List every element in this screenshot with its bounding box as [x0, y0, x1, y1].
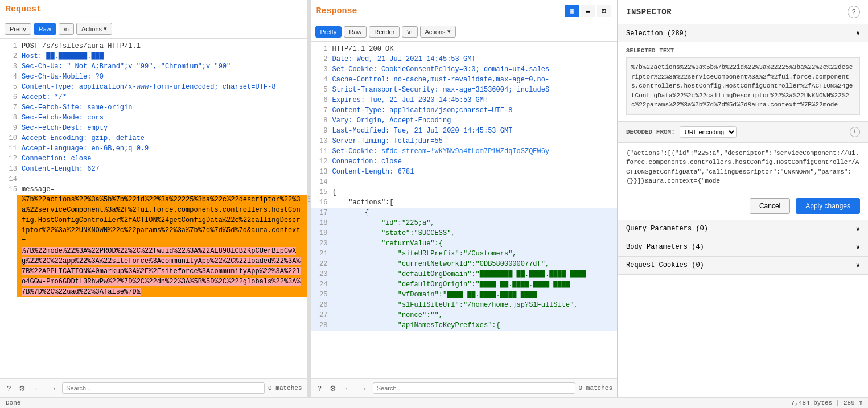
- request-search-bar: ? ⚙ ← → 0 matches: [0, 378, 307, 397]
- request-line-6: 6 Accept: */*: [0, 92, 307, 102]
- view-icon-group: ▦ ▬ ⊡: [565, 5, 611, 17]
- response-search-input[interactable]: [373, 382, 575, 394]
- actions-chevron-icon: ▾: [104, 25, 107, 32]
- response-line-8: 8 Vary: Origin, Accept-Encoding: [311, 116, 618, 126]
- response-line-5: 5 Strict-Transport-Security: max-age=315…: [311, 85, 618, 95]
- add-decoding-icon[interactable]: +: [850, 127, 860, 137]
- decoded-content: {"actions":[{"id":"225;a","descriptor":"…: [618, 143, 868, 192]
- query-params-header[interactable]: Query Parameters (0) ∨: [618, 220, 868, 238]
- response-prev-match-icon[interactable]: ←: [342, 383, 354, 394]
- response-line-14: 14: [311, 177, 618, 187]
- response-toolbar: Pretty Raw Render \n Actions ▾: [311, 22, 618, 42]
- response-line-10: 10 Server-Timing: Total;dur=55: [311, 136, 618, 146]
- request-newline-btn[interactable]: \n: [59, 23, 74, 35]
- request-line-9: 9 Sec-Fetch-Dest: empty: [0, 123, 307, 133]
- body-params-section: Body Parameters (4) ∨: [618, 238, 868, 257]
- popup-view-icon[interactable]: ⊡: [597, 5, 611, 17]
- request-pretty-btn[interactable]: Pretty: [5, 23, 31, 35]
- response-line-19: 19 "state":"SUCCESS",: [311, 228, 618, 238]
- response-render-btn[interactable]: Render: [369, 26, 400, 38]
- response-panel: Response ▦ ▬ ⊡ Pretty Raw Render \n Acti…: [311, 0, 618, 397]
- body-params-chevron-icon: ∨: [856, 243, 860, 252]
- response-panel-header: Response ▦ ▬ ⊡: [311, 0, 618, 22]
- response-line-15: 15 {: [311, 187, 618, 197]
- response-line-21: 21 "siteURLPrefix":"/Customers",: [311, 249, 618, 259]
- request-line-15: 15 message=: [0, 184, 307, 195]
- response-next-match-icon[interactable]: →: [357, 383, 369, 394]
- response-line-7: 7 Content-Type: application/json;charset…: [311, 105, 618, 116]
- response-raw-btn[interactable]: Raw: [344, 26, 367, 38]
- request-settings-icon[interactable]: ⚙: [17, 383, 28, 394]
- status-bar: Done 7,484 bytes | 289 m: [0, 397, 868, 408]
- request-highlighted-block[interactable]: %7b%22actions%22%3a%5b%7b%22id%22%3a%222…: [17, 195, 307, 297]
- request-cookies-header[interactable]: Request Cookies (0) ∨: [618, 257, 868, 274]
- request-panel-header: Request: [0, 0, 307, 19]
- selection-section-body: SELECTED TEXT %7b%22actions%22%3a%5b%7b%…: [618, 42, 868, 121]
- selection-collapse-icon: ∧: [856, 29, 860, 38]
- response-line-1: 1 HTTP/1.1 200 OK: [311, 44, 618, 54]
- response-line-23: 23 "defaultOrgDomain":"████████ ██.████.…: [311, 269, 618, 279]
- request-line-10: 10 Accept-Encoding: gzip, deflate: [0, 133, 307, 143]
- apply-changes-button[interactable]: Apply changes: [796, 198, 860, 214]
- request-cookies-label: Request Cookies (0): [626, 261, 704, 269]
- response-line-25: 25 "vfDomain":"████ ██.████.████ ████: [311, 290, 618, 300]
- response-match-count: 0 matches: [579, 385, 612, 391]
- response-line-11: 11 Set-Cookie: sfdc-stream=!wKYNv9a4tLom…: [311, 146, 618, 156]
- selection-label: Selection (289): [626, 30, 688, 38]
- request-line-8: 8 Sec-Fetch-Mode: cors: [0, 113, 307, 123]
- decoded-section: DECODED FROM: URL encoding Base64 HTML e…: [618, 121, 868, 220]
- inspector-help-icon[interactable]: ?: [848, 6, 860, 18]
- request-cookies-chevron-icon: ∨: [856, 261, 860, 270]
- decoded-from-label: DECODED FROM:: [626, 129, 675, 135]
- cancel-button[interactable]: Cancel: [750, 198, 790, 214]
- selection-section-header[interactable]: Selection (289) ∧: [618, 24, 868, 42]
- encoding-select[interactable]: URL encoding Base64 HTML entities: [680, 126, 737, 138]
- response-help-icon[interactable]: ?: [315, 383, 324, 394]
- request-line-11: 11 Accept-Language: en-GB,en;q=0.9: [0, 143, 307, 154]
- response-line-12: 12 Connection: close: [311, 156, 618, 167]
- body-params-label: Body Parameters (4): [626, 243, 704, 251]
- response-search-bar: ? ⚙ ← → 0 matches: [311, 378, 618, 397]
- inspector-panel: INSPECTOR ? Selection (289) ∧ SELECTED T…: [618, 0, 868, 397]
- request-line-2: 2 Host: ██.███████.███: [0, 51, 307, 61]
- query-params-section: Query Parameters (0) ∨: [618, 220, 868, 238]
- decoded-action-buttons: Cancel Apply changes: [618, 192, 868, 220]
- request-actions-btn[interactable]: Actions ▾: [76, 23, 112, 35]
- response-line-9: 9 Last-Modified: Tue, 21 Jul 2020 14:45:…: [311, 126, 618, 136]
- request-line-12: 12 Connection: close: [0, 154, 307, 164]
- response-actions-btn[interactable]: Actions ▾: [420, 26, 456, 38]
- inspector-title: INSPECTOR: [626, 7, 672, 17]
- response-line-6: 6 Expires: Tue, 21 Jul 2020 14:45:53 GMT: [311, 95, 618, 105]
- response-line-16: 16 "actions":[: [311, 197, 618, 208]
- request-help-icon[interactable]: ?: [5, 383, 13, 394]
- inspector-header: INSPECTOR ?: [618, 0, 868, 24]
- inspector-content: Selection (289) ∧ SELECTED TEXT %7b%22ac…: [618, 24, 868, 397]
- request-cookies-section: Request Cookies (0) ∨: [618, 257, 868, 275]
- selected-text-content[interactable]: %7b%22actions%22%3a%5b%7b%22id%22%3a%222…: [626, 57, 860, 115]
- request-content: 1 POST /s/sfsites/aura HTTP/1.1 2 Host: …: [0, 39, 307, 378]
- request-line-5: 5 Content-Type: application/x-www-form-u…: [0, 82, 307, 92]
- response-settings-icon[interactable]: ⚙: [327, 383, 339, 394]
- request-raw-btn[interactable]: Raw: [34, 23, 56, 35]
- request-next-match-icon[interactable]: →: [47, 383, 59, 394]
- request-toolbar: Pretty Raw \n Actions ▾: [0, 19, 307, 39]
- request-match-count: 0 matches: [268, 385, 302, 391]
- response-line-17: 17 {: [311, 208, 618, 218]
- request-search-input[interactable]: [62, 382, 265, 394]
- response-pretty-btn[interactable]: Pretty: [315, 26, 342, 38]
- response-line-28: 28 "apiNamesToKeyPrefixes":{: [311, 320, 618, 331]
- query-params-label: Query Parameters (0): [626, 225, 708, 233]
- request-prev-match-icon[interactable]: ←: [31, 383, 43, 394]
- selected-text-label: SELECTED TEXT: [626, 48, 860, 54]
- response-line-27: 27 "nonce":"",: [311, 310, 618, 320]
- response-line-18: 18 "id":"225;a",: [311, 218, 618, 228]
- response-newline-btn[interactable]: \n: [402, 26, 417, 38]
- response-panel-title: Response: [316, 6, 357, 16]
- body-params-header[interactable]: Body Parameters (4) ∨: [618, 238, 868, 256]
- query-params-chevron-icon: ∨: [856, 225, 860, 233]
- single-view-icon[interactable]: ▬: [581, 5, 595, 17]
- response-line-26: 26 "s1FullSiteUrl":"/home/home.jsp?S1Ful…: [311, 300, 618, 310]
- split-view-icon[interactable]: ▦: [565, 5, 579, 17]
- request-line-4: 4 Sec-Ch-Ua-Mobile: ?0: [0, 72, 307, 82]
- request-panel-title: Request: [6, 5, 42, 14]
